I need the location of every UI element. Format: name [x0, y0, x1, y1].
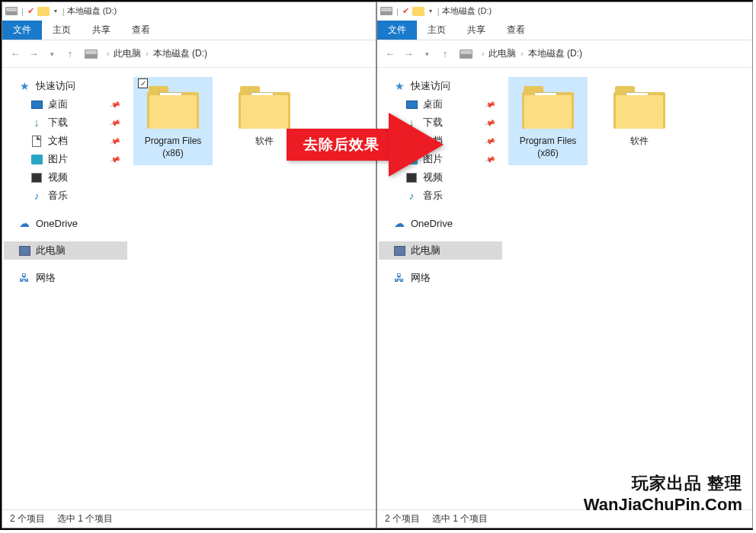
- explorer-window-before: | ✔ ▾ | 本地磁盘 (D:) 文件 主页 共享 查看 ← → ▾ ↑ › …: [2, 2, 376, 528]
- folder-icon: [522, 85, 574, 129]
- document-icon: [30, 135, 43, 147]
- folder-label: Program Files (x86): [511, 135, 585, 159]
- pin-icon: 📌: [484, 153, 496, 164]
- pc-icon: [392, 244, 406, 257]
- up-button[interactable]: ↑: [437, 46, 453, 62]
- tab-view[interactable]: 查看: [121, 21, 161, 40]
- pin-icon: 📌: [484, 116, 496, 128]
- explorer-window-after: | ✔ ▾ | 本地磁盘 (D:) 文件 主页 共享 查看 ← → ▾ ↑ › …: [376, 2, 753, 528]
- folder-icon: [147, 85, 199, 129]
- drive-icon: [460, 49, 472, 59]
- network-icon: 🖧: [392, 272, 406, 284]
- tab-file[interactable]: 文件: [2, 21, 42, 40]
- desktop-icon: [405, 98, 418, 110]
- pin-icon: 📌: [109, 135, 121, 146]
- folder-label: Program Files (x86): [136, 135, 210, 159]
- sidebar-desktop[interactable]: 桌面📌: [379, 95, 502, 113]
- drive-icon: [85, 49, 98, 59]
- pictures-icon: [30, 153, 43, 165]
- back-button[interactable]: ←: [7, 46, 24, 62]
- breadcrumb[interactable]: › 此电脑 › 本地磁盘 (D:): [460, 47, 582, 60]
- pin-icon: 📌: [484, 98, 496, 110]
- folder-content[interactable]: Program Files (x86) 软件: [504, 68, 752, 509]
- sidebar-documents[interactable]: 文档📌: [4, 132, 127, 150]
- up-button[interactable]: ↑: [62, 46, 78, 62]
- pc-icon: [18, 244, 31, 257]
- sidebar-videos[interactable]: 视频: [4, 168, 127, 187]
- pin-icon: 📌: [484, 135, 496, 146]
- star-icon: ★: [392, 80, 406, 92]
- folder-program-files[interactable]: ✓ Program Files (x86): [133, 77, 213, 165]
- breadcrumb-pc[interactable]: 此电脑: [114, 47, 141, 60]
- star-icon: ★: [18, 80, 31, 92]
- sidebar-this-pc[interactable]: 此电脑: [4, 241, 127, 260]
- tab-file[interactable]: 文件: [377, 21, 417, 40]
- pin-icon: 📌: [109, 98, 121, 110]
- network-icon: 🖧: [18, 272, 31, 284]
- window-title: 本地磁盘 (D:): [67, 5, 117, 17]
- navigation-bar: ← → ▾ ↑ › 此电脑 › 本地磁盘 (D:): [2, 40, 376, 68]
- sidebar-music[interactable]: ♪音乐: [379, 187, 502, 205]
- sidebar-onedrive[interactable]: ☁OneDrive: [4, 214, 127, 232]
- title-bar: | ✔ ▾ | 本地磁盘 (D:): [2, 2, 376, 20]
- check-icon: ✔: [402, 6, 409, 16]
- folder-label: 软件: [603, 135, 676, 147]
- ribbon-tabs: 文件 主页 共享 查看: [377, 20, 752, 40]
- tab-home[interactable]: 主页: [42, 21, 82, 40]
- folder-program-files[interactable]: Program Files (x86): [508, 77, 588, 165]
- check-icon: ✔: [27, 6, 34, 16]
- status-bar: 2 个项目 选中 1 个项目: [2, 509, 376, 528]
- sidebar-network[interactable]: 🖧网络: [4, 269, 127, 287]
- tab-home[interactable]: 主页: [417, 21, 456, 40]
- drive-icon: [380, 7, 392, 15]
- breadcrumb-drive[interactable]: 本地磁盘 (D:): [528, 47, 582, 60]
- back-button[interactable]: ←: [382, 46, 399, 62]
- music-icon: ♪: [405, 190, 418, 202]
- pin-icon: 📌: [109, 116, 121, 128]
- dropdown-caret[interactable]: ▾: [54, 8, 57, 14]
- sidebar-desktop[interactable]: 桌面📌: [4, 95, 127, 113]
- forward-button[interactable]: →: [25, 46, 42, 62]
- callout-arrow: 去除后效果: [287, 113, 444, 177]
- sidebar-music[interactable]: ♪音乐: [4, 187, 127, 205]
- breadcrumb[interactable]: › 此电脑 › 本地磁盘 (D:): [85, 47, 207, 60]
- callout-text: 去除后效果: [287, 129, 389, 161]
- tab-share[interactable]: 共享: [456, 21, 496, 40]
- forward-button[interactable]: →: [400, 46, 417, 62]
- pin-icon: 📌: [109, 153, 121, 164]
- breadcrumb-drive[interactable]: 本地磁盘 (D:): [153, 47, 207, 60]
- download-icon: ↓: [30, 116, 43, 129]
- sidebar-downloads[interactable]: ↓下载📌: [4, 113, 127, 132]
- tab-share[interactable]: 共享: [82, 21, 121, 40]
- breadcrumb-pc[interactable]: 此电脑: [489, 47, 516, 60]
- watermark-line2: WanJiaChuPin.Com: [584, 495, 742, 515]
- ribbon-tabs: 文件 主页 共享 查看: [2, 20, 376, 40]
- dropdown-caret[interactable]: ▾: [429, 8, 432, 14]
- music-icon: ♪: [30, 190, 43, 202]
- sidebar-quick-access[interactable]: ★快速访问: [4, 77, 127, 95]
- recent-dropdown[interactable]: ▾: [418, 46, 435, 62]
- sidebar-onedrive[interactable]: ☁OneDrive: [379, 214, 502, 232]
- folder-software[interactable]: 软件: [600, 77, 679, 153]
- arrow-head-icon: [389, 113, 444, 177]
- folder-icon: [37, 7, 50, 16]
- video-icon: [30, 171, 43, 184]
- folder-icon: [239, 85, 290, 129]
- watermark: 玩家出品 整理 WanJiaChuPin.Com: [584, 472, 742, 515]
- title-bar: | ✔ ▾ | 本地磁盘 (D:): [377, 2, 752, 20]
- window-title: 本地磁盘 (D:): [442, 5, 492, 17]
- item-count: 2 个项目: [10, 512, 45, 525]
- sidebar-network[interactable]: 🖧网络: [379, 269, 502, 287]
- sidebar-quick-access[interactable]: ★快速访问: [379, 77, 502, 95]
- selected-count: 选中 1 个项目: [57, 512, 113, 525]
- desktop-icon: [30, 98, 43, 110]
- navigation-bar: ← → ▾ ↑ › 此电脑 › 本地磁盘 (D:): [377, 40, 752, 68]
- sidebar-pictures[interactable]: 图片📌: [4, 150, 127, 168]
- tab-view[interactable]: 查看: [496, 21, 536, 40]
- sidebar-this-pc[interactable]: 此电脑: [379, 241, 502, 260]
- folder-icon: [412, 7, 424, 16]
- recent-dropdown[interactable]: ▾: [43, 46, 60, 62]
- folder-icon: [613, 85, 665, 129]
- drive-icon: [5, 7, 18, 15]
- navigation-pane: ★快速访问 桌面📌 ↓下载📌 文档📌 图片📌 视频 ♪音乐 ☁OneDrive …: [2, 68, 129, 509]
